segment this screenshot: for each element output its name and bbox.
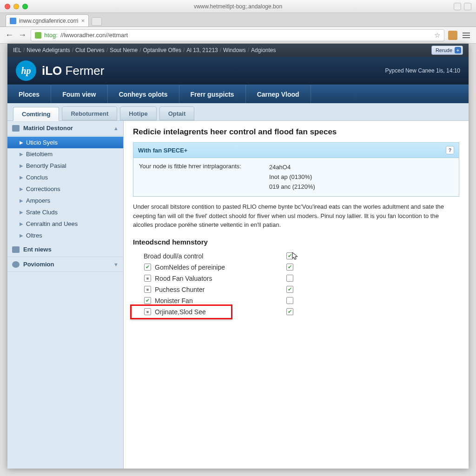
hamburger-menu-icon[interactable] <box>461 33 471 38</box>
sidebar-group-matiriol[interactable]: Matiriol Destonor ▲ <box>7 121 123 136</box>
main-nav-tab[interactable]: Foum view <box>51 85 107 103</box>
back-button[interactable]: ← <box>5 31 14 40</box>
sub-tab[interactable]: Reboturment <box>62 106 117 120</box>
sidebar-group-pov[interactable]: Poviomion ▼ <box>7 257 123 272</box>
breadcrumb-item[interactable]: Adgiontes <box>251 47 276 53</box>
info-value: Inot ap (0130%) <box>269 172 315 182</box>
option-row: Orjinate,Slod See <box>133 306 459 317</box>
sidebar-item[interactable]: ▶Oltres <box>7 230 123 241</box>
checkbox[interactable] <box>286 297 293 304</box>
plus-icon[interactable]: + <box>455 47 461 53</box>
chevron-right-icon: ▶ <box>20 175 23 180</box>
info-box-title: With fan SPECE+ <box>138 147 187 154</box>
chevron-up-icon: ▲ <box>113 126 119 131</box>
product-title: iLO Fermer <box>42 64 104 78</box>
main-nav-tab[interactable]: Frerr guspicts <box>179 85 246 103</box>
breadcrumb-item[interactable]: Optanlive Offes <box>143 47 182 53</box>
info-label: Your node is fitble hrrer intrplagorants… <box>139 163 241 192</box>
checkbox[interactable] <box>144 275 151 282</box>
address-bar: ← → htog: //lwworadher.con//ettmart ☆ <box>0 27 476 44</box>
bookmark-icon[interactable]: ☆ <box>434 31 440 40</box>
info-value: 24ahO4 <box>269 163 315 172</box>
favicon-icon <box>10 18 16 24</box>
sidebar-item[interactable]: ▶Ampoers <box>7 195 123 206</box>
option-label: Rood Fan Valuators <box>155 275 212 282</box>
breadcrumb-item[interactable]: Windows <box>223 47 246 53</box>
main-nav-tab[interactable]: Conheys oplots <box>108 85 179 103</box>
main-nav-tab[interactable]: Carnep Vlood <box>246 85 311 103</box>
sidebar-item[interactable]: ▶Correctioons <box>7 183 123 195</box>
option-row: Monister Fan <box>133 295 459 306</box>
folder-icon <box>12 125 20 132</box>
checkbox[interactable] <box>286 252 293 259</box>
chevron-right-icon: ▶ <box>20 186 23 192</box>
sidebar-item[interactable]: ▶Conclus <box>7 172 123 183</box>
news-icon <box>12 246 20 253</box>
window-title: vwww.hetmeitlpt-bog;.andaloge.bon <box>194 3 282 10</box>
brand-row: hp iLO Fermer Pypced New Canee 1is, 14:1… <box>7 57 469 85</box>
sidebar-item[interactable]: ▶Benortly Pasial <box>7 160 123 172</box>
breadcrumb-bar: IEL/Nieve Adeligrants/Clut Derves/Sout N… <box>7 44 469 57</box>
traffic-lights <box>5 4 28 9</box>
browser-tabstrip: inww.cgndiafenrice.corri × <box>0 13 476 27</box>
extension-icon[interactable] <box>448 31 457 40</box>
breadcrumb-item[interactable]: Nieve Adeligrants <box>26 47 70 53</box>
checkbox[interactable] <box>286 286 293 293</box>
breadcrumb-item[interactable]: Al 13, 21213 <box>186 47 218 53</box>
close-icon[interactable] <box>5 4 10 9</box>
option-label: Puchess Chunter <box>155 286 205 293</box>
sidebar-group-ent[interactable]: Ent niews <box>7 242 123 257</box>
checkbox[interactable] <box>144 264 151 271</box>
forward-button[interactable]: → <box>18 31 27 40</box>
minimize-icon[interactable] <box>13 4 19 9</box>
main-nav-tab[interactable]: Ploces <box>7 85 51 103</box>
url-path: //lwworadher.con//ettmart <box>60 32 128 39</box>
sidebar-item-label: Ampoers <box>26 197 50 204</box>
sidebar-item-label: Bietoltiem <box>26 151 53 158</box>
browser-tab[interactable]: inww.cgndiafenrice.corri × <box>6 14 89 26</box>
main-panel: Redicie intelagrents heer control and fl… <box>124 121 469 469</box>
sub-tab[interactable]: Optait <box>159 106 195 120</box>
app-window: IEL/Nieve Adeligrants/Clut Derves/Sout N… <box>7 44 469 469</box>
sidebar-item[interactable]: ▶Bietoltiem <box>7 148 123 160</box>
breadcrumb-item[interactable]: Clut Derves <box>75 47 105 53</box>
url-field[interactable]: htog: //lwworadher.con//ettmart ☆ <box>31 29 444 41</box>
option-label: GomNeldes of pereinipe <box>155 264 225 271</box>
sidebar-item-label: Uticio Syels <box>26 139 58 146</box>
option-row: Puchess Chunter <box>133 284 459 295</box>
zoom-icon[interactable] <box>22 4 28 9</box>
selector-label: Rerude <box>436 47 452 53</box>
main-nav: PlocesFoum viewConheys oplotsFrerr guspi… <box>7 85 469 103</box>
sidebar-item[interactable]: ▶Cenraltin and Uees <box>7 218 123 230</box>
sidebar-item[interactable]: ▶Uticio Syels <box>7 137 123 148</box>
checkbox[interactable] <box>286 308 293 315</box>
breadcrumb-item[interactable]: IEL <box>13 47 21 53</box>
checkbox[interactable] <box>144 286 151 293</box>
tab-title: inww.cgndiafenrice.corri <box>19 18 78 24</box>
user-selector[interactable]: Rerude + <box>431 46 463 55</box>
checkbox[interactable] <box>286 275 293 282</box>
section-heading: Inteodscnd hemnstory <box>133 238 459 246</box>
chevron-right-icon: ▶ <box>20 233 23 238</box>
checkbox[interactable] <box>144 297 151 304</box>
sidebar-item-label: Correctioons <box>26 185 60 192</box>
os-status-icon <box>464 3 471 10</box>
new-tab-button[interactable] <box>92 17 102 26</box>
help-icon[interactable]: ? <box>446 146 454 154</box>
info-values: 24ahO4 Inot ap (0130%) 019 anc (2120%) <box>269 163 315 192</box>
sidebar-item-label: Srate Cluds <box>26 209 58 216</box>
sidebar-item[interactable]: ▶Srate Cluds <box>7 206 123 218</box>
sidebar-item-label: Cenraltin and Uees <box>26 220 78 227</box>
close-tab-icon[interactable]: × <box>81 17 85 24</box>
checkbox[interactable] <box>286 264 293 271</box>
sub-tab[interactable]: Comtiring <box>13 107 59 121</box>
breadcrumb-item[interactable]: Sout Neme <box>110 47 138 53</box>
sub-tab[interactable]: Hotipe <box>120 106 156 120</box>
info-box-header: With fan SPECE+ ? <box>133 143 459 158</box>
chevron-right-icon: ▶ <box>20 198 23 203</box>
option-label: Orjinate,Slod See <box>155 308 206 316</box>
option-row: GomNeldes of pereinipe <box>133 262 459 273</box>
checkbox[interactable] <box>144 308 151 315</box>
description-text: Under srocall bitstore contition to past… <box>133 202 459 230</box>
chevron-right-icon: ▶ <box>20 221 23 226</box>
